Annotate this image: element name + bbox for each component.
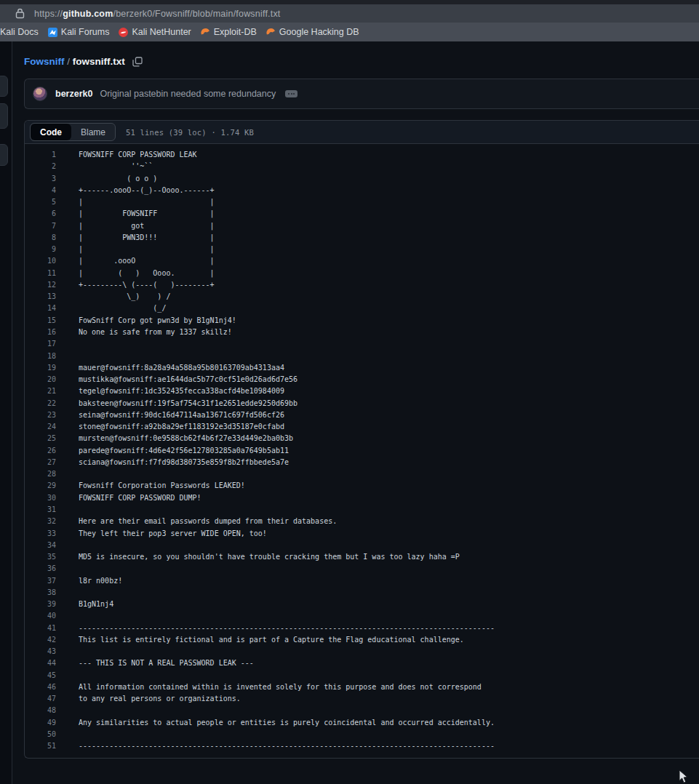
line-number[interactable]: 28 <box>25 468 64 480</box>
code-text: | got | <box>79 220 215 232</box>
line-number[interactable]: 32 <box>25 516 64 527</box>
code-text: stone@fowsniff:a92b8a29ef1183192e3d35187… <box>79 421 284 433</box>
browser-url-bar[interactable]: https://github.com/berzerk0/Fowsniff/blo… <box>0 4 699 23</box>
line-number[interactable]: 15 <box>25 315 64 327</box>
bookmark-exploit-db[interactable]: Exploit-DB <box>201 27 257 37</box>
code-line: 6| FOWSNIFF | <box>25 208 699 220</box>
tab-blame[interactable]: Blame <box>71 124 115 140</box>
lock-icon[interactable] <box>15 8 25 19</box>
line-number[interactable]: 24 <box>25 421 64 433</box>
code-line: 10| .oooO | <box>25 255 699 267</box>
bookmark-label: Kali NetHunter <box>132 27 191 37</box>
line-number[interactable]: 13 <box>25 291 64 303</box>
code-line: 37l8r n00bz! <box>25 575 699 587</box>
line-number[interactable]: 6 <box>25 208 64 220</box>
line-number[interactable]: 1 <box>25 149 64 161</box>
code-line: 12+---------\ (----( )--------+ <box>25 279 699 291</box>
line-number[interactable]: 34 <box>25 540 64 551</box>
code-line: 17 <box>25 338 699 350</box>
line-number[interactable]: 3 <box>25 173 64 185</box>
line-number[interactable]: 47 <box>25 693 64 705</box>
line-number[interactable]: 41 <box>25 623 64 634</box>
line-number[interactable]: 14 <box>25 303 64 314</box>
code-line: 34 <box>25 540 699 551</box>
code-line: 44--- THIS IS NOT A REAL PASSWORD LEAK -… <box>25 657 699 669</box>
line-number[interactable]: 30 <box>25 492 64 504</box>
line-number[interactable]: 16 <box>25 327 64 338</box>
code-line: 15FowSniff Corp got pwn3d by B1gN1nj4! <box>25 315 699 327</box>
code-line: 3 ( o o ) <box>25 173 699 185</box>
line-number[interactable]: 45 <box>25 670 64 681</box>
breadcrumb-repo-link[interactable]: Fowsniff <box>24 56 65 67</box>
line-number[interactable]: 7 <box>25 220 64 232</box>
code-line: 43 <box>25 646 699 657</box>
line-number[interactable]: 44 <box>25 657 64 669</box>
bookmark-kali-nethunter[interactable]: Kali NetHunter <box>119 27 191 37</box>
line-number[interactable]: 51 <box>25 740 64 752</box>
line-number[interactable]: 43 <box>25 646 64 657</box>
code-text: ----------------------------------------… <box>79 623 495 634</box>
code-line: 20mustikka@fowsniff:ae1644dac5b77c0cf51e… <box>25 374 699 385</box>
line-number[interactable]: 36 <box>25 563 64 575</box>
line-number[interactable]: 49 <box>25 717 64 729</box>
sidebar-partial-button[interactable] <box>0 76 8 97</box>
line-number[interactable]: 5 <box>25 196 64 208</box>
line-number[interactable]: 27 <box>25 457 64 468</box>
code-line: 47to any real persons or organizations. <box>25 693 699 705</box>
line-number[interactable]: 9 <box>25 244 64 255</box>
line-number[interactable]: 23 <box>25 409 64 421</box>
line-number[interactable]: 17 <box>25 338 64 350</box>
line-number[interactable]: 20 <box>25 374 64 385</box>
bookmark-kali-forums[interactable]: Kali Forums <box>48 27 110 37</box>
tab-code[interactable]: Code <box>31 124 71 140</box>
code-line: 46All information contained within is in… <box>25 681 699 693</box>
code-line: 29Fowsniff Corporation Passwords LEAKED! <box>25 480 699 492</box>
line-number[interactable]: 37 <box>25 575 64 587</box>
kali-nethunter-icon <box>119 28 128 37</box>
breadcrumb-separator: / <box>65 56 73 67</box>
line-number[interactable]: 33 <box>25 528 64 540</box>
line-number[interactable]: 29 <box>25 480 64 492</box>
code-text: | | <box>79 196 215 208</box>
line-number[interactable]: 26 <box>25 445 64 457</box>
bookmarks-bar: Kali Docs Kali Forums Kali NetHunter Exp… <box>0 23 699 41</box>
line-number[interactable]: 2 <box>25 161 64 172</box>
sidebar-partial-button[interactable] <box>0 144 8 166</box>
line-number[interactable]: 40 <box>25 610 64 622</box>
line-number[interactable]: 11 <box>25 268 64 279</box>
code-line: 36 <box>25 563 699 575</box>
url-text[interactable]: https://github.com/berzerk0/Fowsniff/blo… <box>34 9 281 19</box>
bookmark-kali-docs[interactable]: Kali Docs <box>0 27 39 37</box>
line-number[interactable]: 50 <box>25 729 64 740</box>
code-line: 42This list is entirely fictional and is… <box>25 634 699 646</box>
line-number[interactable]: 19 <box>25 362 64 374</box>
line-number[interactable]: 22 <box>25 398 64 409</box>
commit-message-link[interactable]: Original pastebin needed some redundancy <box>100 89 276 99</box>
line-number[interactable]: 46 <box>25 681 64 693</box>
code-line: 28 <box>25 468 699 480</box>
line-number[interactable]: 31 <box>25 504 64 516</box>
line-number[interactable]: 10 <box>25 255 64 267</box>
code-text: This list is entirely fictional and is p… <box>79 634 464 646</box>
sidebar-partial-button[interactable] <box>0 103 8 129</box>
commit-details-ellipsis-button[interactable] <box>285 90 297 97</box>
line-number[interactable]: 39 <box>25 599 64 610</box>
line-number[interactable]: 8 <box>25 232 64 244</box>
line-number[interactable]: 48 <box>25 705 64 716</box>
line-number[interactable]: 25 <box>25 433 64 444</box>
line-number[interactable]: 12 <box>25 279 64 291</box>
bookmark-google-hacking-db[interactable]: Google Hacking DB <box>266 27 359 37</box>
line-number[interactable]: 4 <box>25 185 64 196</box>
line-number[interactable]: 21 <box>25 385 64 397</box>
line-number[interactable]: 38 <box>25 587 64 599</box>
avatar[interactable] <box>33 87 47 101</box>
code-text: Any similarities to actual people or ent… <box>79 717 495 729</box>
line-number[interactable]: 35 <box>25 551 64 563</box>
line-number[interactable]: 18 <box>25 351 64 362</box>
code-blame-switch: Code Blame <box>30 123 116 141</box>
commit-author-link[interactable]: berzerk0 <box>55 89 92 99</box>
copy-path-button[interactable] <box>132 57 143 67</box>
line-number[interactable]: 42 <box>25 634 64 646</box>
file-view-content: Fowsniff / fowsniff.txt berzerk0 Origina… <box>12 41 699 784</box>
code-line: 11| ( ) Oooo. | <box>25 268 699 279</box>
